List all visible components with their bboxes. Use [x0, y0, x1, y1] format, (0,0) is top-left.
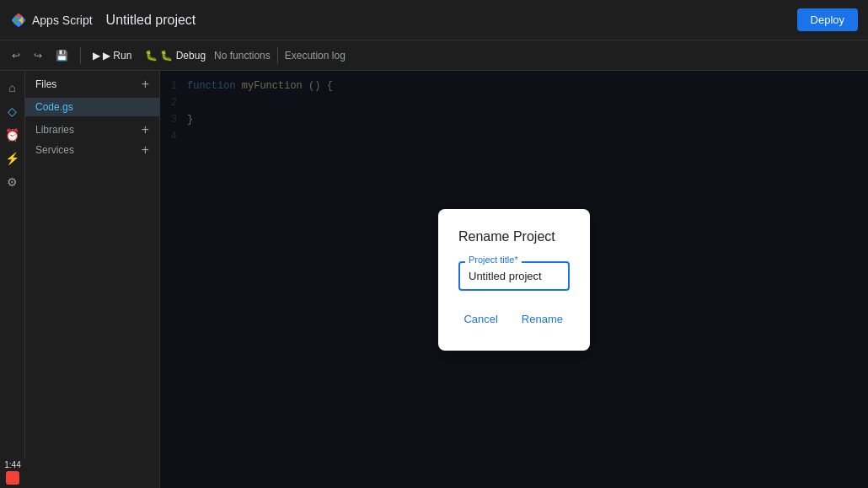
- file-name: Code.gs: [35, 101, 73, 113]
- dialog-title: Rename Project: [458, 229, 570, 244]
- services-section-header: Services +: [25, 140, 159, 160]
- files-header: Files +: [25, 71, 159, 98]
- app-name-label: Apps Script: [32, 13, 93, 27]
- file-item-code-gs[interactable]: Code.gs: [25, 98, 159, 116]
- dialog-overlay: Rename Project Project title* Cancel Ren…: [160, 71, 868, 488]
- add-library-button[interactable]: +: [142, 123, 149, 137]
- dialog-field: Project title*: [458, 261, 570, 291]
- time-display: 1:44: [4, 460, 20, 469]
- toolbar-sep-2: [277, 47, 278, 64]
- add-service-button[interactable]: +: [142, 143, 149, 157]
- functions-selector[interactable]: No functions: [214, 50, 271, 62]
- project-title[interactable]: Untitled project: [106, 13, 797, 28]
- code-editor[interactable]: 1 function myFunction () { 2 3 } 4 Renam…: [160, 71, 868, 488]
- debug-button[interactable]: 🐛 🐛 Debug: [140, 46, 211, 65]
- debug-icon: 🐛: [145, 50, 158, 62]
- project-title-input[interactable]: [458, 261, 570, 291]
- dialog-actions: Cancel Rename: [458, 308, 570, 330]
- undo-button[interactable]: ↩: [7, 46, 25, 65]
- time-bar: 1:44: [0, 459, 25, 488]
- redo-button[interactable]: ↪: [29, 46, 47, 65]
- google-logo-icon: [10, 12, 27, 29]
- record-indicator: [6, 471, 19, 485]
- logo-area: Apps Script: [10, 12, 93, 29]
- settings-icon-btn[interactable]: ⚙: [3, 172, 23, 192]
- libraries-section-header: Libraries +: [25, 120, 159, 140]
- services-label: Services: [35, 144, 74, 156]
- debug-label: 🐛 Debug: [160, 50, 206, 62]
- run-label: ▶ Run: [103, 50, 131, 62]
- main-layout: ⌂ ◇ ⏰ ⚡ ⚙ Files + Code.gs Libraries + Se…: [0, 71, 868, 488]
- editor-toolbar: ↩ ↪ 💾 ▶ ▶ Run 🐛 🐛 Debug No functions Exe…: [0, 40, 868, 71]
- icon-sidebar: ⌂ ◇ ⏰ ⚡ ⚙: [0, 71, 25, 488]
- code-icon-btn[interactable]: ◇: [3, 101, 23, 121]
- files-label: Files: [35, 78, 56, 90]
- rename-dialog: Rename Project Project title* Cancel Ren…: [438, 209, 590, 351]
- home-icon-btn[interactable]: ⌂: [3, 78, 23, 98]
- run-icon: ▶: [93, 50, 100, 62]
- rename-button[interactable]: Rename: [515, 308, 570, 330]
- cancel-button[interactable]: Cancel: [457, 308, 504, 330]
- deploy-button[interactable]: Deploy: [797, 8, 858, 31]
- libraries-label: Libraries: [35, 124, 74, 136]
- toolbar-sep-1: [80, 47, 81, 64]
- trigger-icon-btn[interactable]: ⚡: [3, 148, 23, 169]
- save-button[interactable]: 💾: [51, 46, 73, 65]
- file-panel: Files + Code.gs Libraries + Services +: [25, 71, 160, 488]
- files-section: Code.gs: [25, 98, 159, 116]
- project-title-label: Project title*: [465, 255, 522, 265]
- run-button[interactable]: ▶ ▶ Run: [88, 46, 137, 65]
- execution-log-link[interactable]: Execution log: [285, 50, 346, 62]
- app-header: Apps Script Untitled project Deploy: [0, 0, 868, 40]
- add-file-button[interactable]: +: [142, 78, 149, 91]
- clock-icon-btn[interactable]: ⏰: [3, 125, 23, 145]
